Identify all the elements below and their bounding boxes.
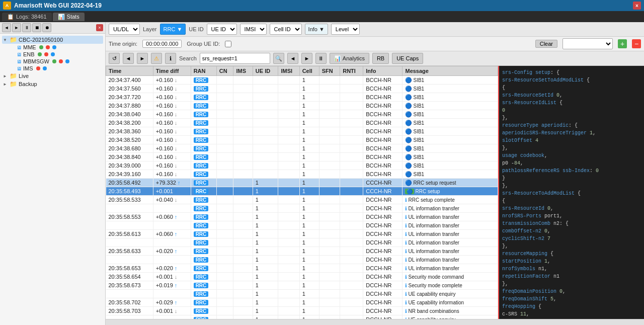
uldl-select[interactable]: UL/DL xyxy=(109,24,140,35)
code-line: srs-Config setup: { xyxy=(502,69,641,76)
sidebar-stop-btn[interactable]: ⏹ xyxy=(32,23,41,32)
table-row[interactable]: RRC 1 1 DCCH-NR ℹDL information transfer xyxy=(106,238,498,247)
sidebar-back-btn[interactable]: ◄ xyxy=(2,23,11,32)
tree-label-enb: ENB xyxy=(23,51,35,57)
dot-blue-mme xyxy=(52,45,56,49)
table-row[interactable]: 20:35:58.533 +0.040 ↓ RRC 1 1 DCCH-NR ℹR… xyxy=(106,196,498,204)
sidebar-pause-btn[interactable]: ⏸ xyxy=(22,23,31,32)
table-row[interactable]: RRC 1 1 DCCH-NR ℹDL information transfer xyxy=(106,256,498,264)
tab-stats[interactable]: 📊 Stats xyxy=(53,13,85,21)
table-row[interactable]: 20:34:37.880 +0.160 ↓ RRC 1 BCCH-NR 🔵SIB… xyxy=(106,102,498,110)
tree-label-live: Live xyxy=(19,73,29,79)
table-row[interactable]: RRC 1 1 DCCH-NR ℹUE capability enquiry xyxy=(106,315,498,319)
table-row[interactable]: 20:35:58.633 +0.020 ↑ RRC 1 1 DCCH-NR ℹU… xyxy=(106,247,498,256)
rb-button[interactable]: RB xyxy=(372,53,389,64)
search-execute-btn[interactable]: 🔍 xyxy=(273,53,284,64)
tree-item-live[interactable]: ► 📁 Live xyxy=(2,72,103,80)
search-pause-btn[interactable]: ⏸ xyxy=(315,53,327,64)
cell-message: 🔵SIB1 xyxy=(403,144,498,153)
analytics-button[interactable]: 📊 Analytics xyxy=(330,53,369,64)
search-next-btn[interactable]: ► xyxy=(137,53,148,64)
remove-filter-button[interactable]: − xyxy=(632,39,641,48)
code-line: { xyxy=(502,84,641,92)
table-row[interactable]: 20:35:58.653 +0.020 ↑ RRC 1 1 DCCH-NR ℹU… xyxy=(106,264,498,273)
ueid-select[interactable]: UE ID xyxy=(207,24,237,35)
sidebar-forward-btn[interactable]: ► xyxy=(12,23,21,32)
table-row[interactable]: 20:35:58.492 +79.332 ↑ RRC 1 1 CCCH-NR 🔵… xyxy=(106,179,498,187)
cell-info: BCCH-NR xyxy=(363,136,403,144)
table-row[interactable]: 20:35:58.613 +0.060 ↑ RRC 1 1 DCCH-NR ℹU… xyxy=(106,230,498,238)
cell-timediff: +0.160 ↓ xyxy=(153,119,191,127)
cell-imsi xyxy=(278,161,299,170)
cell-time: 20:35:58.493 xyxy=(106,187,153,196)
cell-imsi xyxy=(278,230,299,238)
tree-item-ims[interactable]: 🖥 IMS xyxy=(9,65,103,72)
ue-caps-button[interactable]: UE Caps xyxy=(392,53,423,64)
info-cell: BCCH-NR xyxy=(366,77,391,83)
table-row[interactable]: 20:34:38.360 +0.160 ↓ RRC 1 BCCH-NR 🔵SIB… xyxy=(106,127,498,136)
tree-item-cbc[interactable]: ▼ 📁 CBC-2021050100 xyxy=(2,36,103,44)
table-row[interactable]: 20:34:39.000 +0.160 ↓ RRC 1 BCCH-NR 🔵SIB… xyxy=(106,161,498,170)
tree-item-enb[interactable]: 🖥 ENB xyxy=(9,51,103,58)
table-row[interactable]: 20:35:58.654 +0.001 ↓ RRC 1 1 DCCH-NR ℹS… xyxy=(106,273,498,281)
search-forward-btn[interactable]: ► xyxy=(301,53,312,64)
search-info-btn[interactable]: ℹ xyxy=(165,53,176,64)
table-row[interactable]: 20:34:38.200 +0.160 ↓ RRC 1 BCCH-NR 🔵SIB… xyxy=(106,119,498,127)
sidebar-record-btn[interactable]: ⏺ xyxy=(42,23,51,32)
search-warn-btn[interactable]: ⚠ xyxy=(151,53,162,64)
table-row[interactable]: 20:34:38.840 +0.160 ↓ RRC 1 BCCH-NR 🔵SIB… xyxy=(106,153,498,161)
table-row[interactable]: RRC 1 1 DCCH-NR ℹUE capability enquiry xyxy=(106,290,498,298)
table-row[interactable]: RRC 1 1 DCCH-NR ℹDL information transfer xyxy=(106,221,498,230)
cell-info: DCCH-NR xyxy=(363,298,403,307)
col-cn: CN xyxy=(216,66,233,76)
sidebar-close-btn[interactable]: × xyxy=(96,24,103,31)
group-ueid-checkbox[interactable] xyxy=(225,41,231,47)
rrc-badge: RRC xyxy=(194,154,209,160)
search-back-btn[interactable]: ◄ xyxy=(287,53,298,64)
tree-item-mbmsgw[interactable]: 🖥 MBMSGW xyxy=(9,58,103,65)
level-select[interactable]: Level xyxy=(331,24,360,35)
tree-item-mme[interactable]: 🖥 MME xyxy=(9,44,103,51)
table-row[interactable]: 20:35:58.703 +0.001 ↓ RRC 1 1 DCCH-NR ℹN… xyxy=(106,307,498,315)
info-dropdown[interactable]: Info ▼ xyxy=(305,24,328,35)
table-row[interactable]: 20:35:58.673 +0.019 ↑ RRC 1 1 DCCH-NR ℹS… xyxy=(106,281,498,290)
cell-sfn xyxy=(319,264,340,273)
table-row[interactable]: RRC 1 1 DCCH-NR ℹDL information transfer xyxy=(106,204,498,213)
cell-timediff xyxy=(153,238,191,247)
table-row[interactable]: 20:34:39.160 +0.160 ↓ RRC 1 BCCH-NR 🔵SIB… xyxy=(106,170,498,179)
bottom-scrollbar[interactable] xyxy=(106,319,644,325)
tree-item-backup[interactable]: ► 📁 Backup xyxy=(2,80,103,88)
cell-cn xyxy=(216,315,233,319)
search-prev-btn[interactable]: ◄ xyxy=(123,53,134,64)
table-row[interactable]: 20:34:38.680 +0.160 ↓ RRC 1 BCCH-NR 🔵SIB… xyxy=(106,144,498,153)
table-row[interactable]: 20:34:38.520 +0.160 ↓ RRC 1 BCCH-NR 🔵SIB… xyxy=(106,136,498,144)
cell-cell: 1 xyxy=(299,230,319,238)
cell-message: ℹDL information transfer xyxy=(403,238,498,247)
table-row[interactable]: 20:34:37.560 +0.160 ↓ RRC 1 BCCH-NR 🔵SIB… xyxy=(106,85,498,93)
rrc-dropdown[interactable]: RRC ▼ xyxy=(160,24,186,35)
cell-time: 20:34:38.040 xyxy=(106,110,153,119)
cell-rnti xyxy=(340,93,363,102)
tab-logs[interactable]: 📋 Logs: 38461 xyxy=(2,13,52,21)
search-refresh-btn[interactable]: ↺ xyxy=(109,53,120,64)
add-filter-button[interactable]: + xyxy=(618,39,627,48)
cell-ran: RRC xyxy=(191,127,216,136)
table-row[interactable]: 20:34:38.040 +0.160 ↓ RRC 1 BCCH-NR 🔵SIB… xyxy=(106,110,498,119)
table-row[interactable]: 20:34:37.720 +0.160 ↓ RRC 1 BCCH-NR 🔵SIB… xyxy=(106,93,498,102)
cell-time: 20:35:58.492 xyxy=(106,179,153,187)
cellid-select[interactable]: Cell ID xyxy=(270,24,302,35)
clear-select[interactable] xyxy=(562,38,613,49)
table-row[interactable]: 20:34:37.400 +0.160 ↓ RRC 1 BCCH-NR 🔵SIB… xyxy=(106,76,498,85)
imsi-select[interactable]: IMSI xyxy=(240,24,267,35)
table-row[interactable]: 20:35:58.493 +0.001 ↑ RRC 1 1 CCCH-NR 🔵R… xyxy=(106,187,498,196)
search-input[interactable] xyxy=(200,53,270,64)
cell-cell: 1 xyxy=(299,256,319,264)
table-row[interactable]: 20:35:58.702 +0.029 ↑ RRC 1 1 DCCH-NR ℹU… xyxy=(106,298,498,307)
code-line: c-SRS 11, xyxy=(502,310,641,318)
cell-message: ℹUE capability enquiry xyxy=(403,315,498,319)
clear-button[interactable]: Clear xyxy=(535,40,557,48)
window-close-button[interactable]: × xyxy=(633,2,641,10)
cell-message: ℹSecurity mode command xyxy=(403,273,498,281)
table-row[interactable]: 20:35:58.553 +0.060 ↑ RRC 1 1 DCCH-NR ℹU… xyxy=(106,213,498,221)
cell-cn xyxy=(216,281,233,290)
